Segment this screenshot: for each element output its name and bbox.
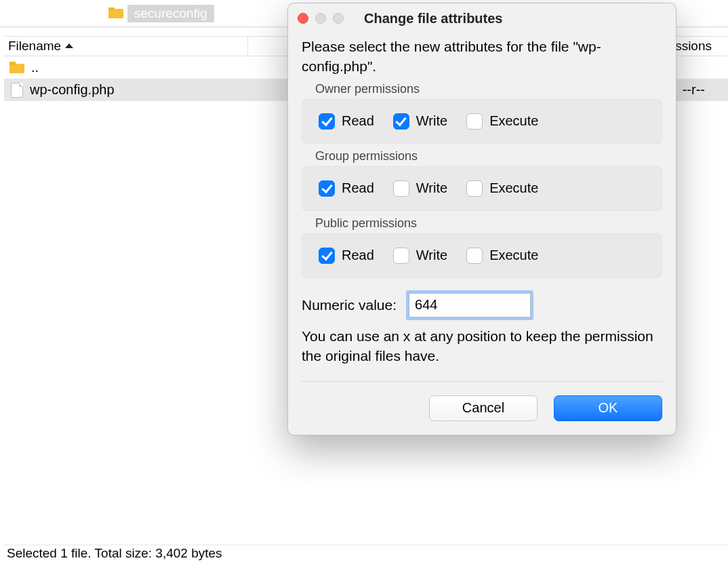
separator <box>302 381 662 382</box>
group-read-checkbox[interactable]: Read <box>319 180 374 197</box>
checkbox-label: Read <box>342 248 374 263</box>
permissions-cell: --r-- <box>683 82 728 98</box>
checkbox-label: Execute <box>489 113 538 129</box>
owner-write-checkbox[interactable]: Write <box>393 113 447 130</box>
checkbox-label: Write <box>416 113 447 129</box>
group-box: Read Write Execute <box>302 233 662 278</box>
dialog-titlebar: Change file attributes <box>288 3 676 33</box>
cancel-button[interactable]: Cancel <box>429 395 538 421</box>
owner-permissions-group: Owner permissions Read Write Execute <box>302 82 662 144</box>
checkbox-label: Read <box>342 113 374 129</box>
public-execute-checkbox[interactable]: Execute <box>466 248 538 264</box>
path-current-folder[interactable]: secureconfig <box>127 5 214 22</box>
checkbox-icon <box>393 113 409 130</box>
group-box: Read Write Execute <box>302 99 662 144</box>
checkbox-icon <box>319 113 335 130</box>
dialog-buttons: Cancel OK <box>302 395 662 421</box>
checkbox-label: Read <box>342 180 374 196</box>
dialog-prompt: Please select the new attributes for the… <box>302 37 662 77</box>
checkbox-label: Execute <box>489 248 538 263</box>
checkbox-icon <box>466 180 483 197</box>
checkbox-icon <box>393 180 409 197</box>
checkbox-icon <box>319 248 335 264</box>
status-bar: Selected 1 file. Total size: 3,402 bytes <box>0 544 728 563</box>
checkbox-label: Execute <box>489 180 538 196</box>
checkbox-label: Write <box>416 180 447 196</box>
group-execute-checkbox[interactable]: Execute <box>466 180 538 197</box>
group-title: Group permissions <box>302 149 662 163</box>
checkbox-icon <box>319 180 335 197</box>
owner-read-checkbox[interactable]: Read <box>319 113 374 130</box>
column-header-filename[interactable]: Filename <box>4 37 248 56</box>
window-controls <box>298 13 344 24</box>
checkbox-icon <box>466 113 483 130</box>
group-box: Read Write Execute <box>302 166 662 211</box>
public-write-checkbox[interactable]: Write <box>393 248 447 264</box>
ok-button[interactable]: OK <box>554 395 662 421</box>
group-write-checkbox[interactable]: Write <box>393 180 447 197</box>
filename-label: .. <box>31 60 39 75</box>
checkbox-icon <box>393 248 409 264</box>
folder-icon <box>9 62 24 74</box>
minimize-icon <box>315 13 326 24</box>
group-permissions-group: Group permissions Read Write Execute <box>302 149 662 211</box>
close-icon[interactable] <box>298 13 308 24</box>
numeric-value-row: Numeric value: <box>302 293 662 317</box>
checkbox-label: Write <box>416 248 447 263</box>
owner-execute-checkbox[interactable]: Execute <box>466 113 538 130</box>
numeric-value-input[interactable] <box>409 293 531 317</box>
sort-ascending-icon <box>65 43 73 48</box>
zoom-icon <box>333 13 344 24</box>
dialog-body: Please select the new attributes for the… <box>288 33 676 435</box>
filename-label: wp-config.php <box>30 82 115 98</box>
change-attributes-dialog: Change file attributes Please select the… <box>287 3 676 435</box>
public-permissions-group: Public permissions Read Write Execute <box>302 216 662 278</box>
column-header-permissions[interactable]: ssions <box>675 39 728 54</box>
public-read-checkbox[interactable]: Read <box>319 248 374 264</box>
numeric-hint: You can use an x at any position to keep… <box>302 327 662 366</box>
group-title: Public permissions <box>302 216 662 231</box>
column-header-filename-label: Filename <box>8 39 61 54</box>
dialog-title: Change file attributes <box>364 11 502 26</box>
checkbox-icon <box>466 248 483 264</box>
numeric-value-label: Numeric value: <box>302 297 397 313</box>
folder-icon <box>108 7 123 20</box>
file-icon <box>11 83 23 98</box>
group-title: Owner permissions <box>302 82 662 96</box>
